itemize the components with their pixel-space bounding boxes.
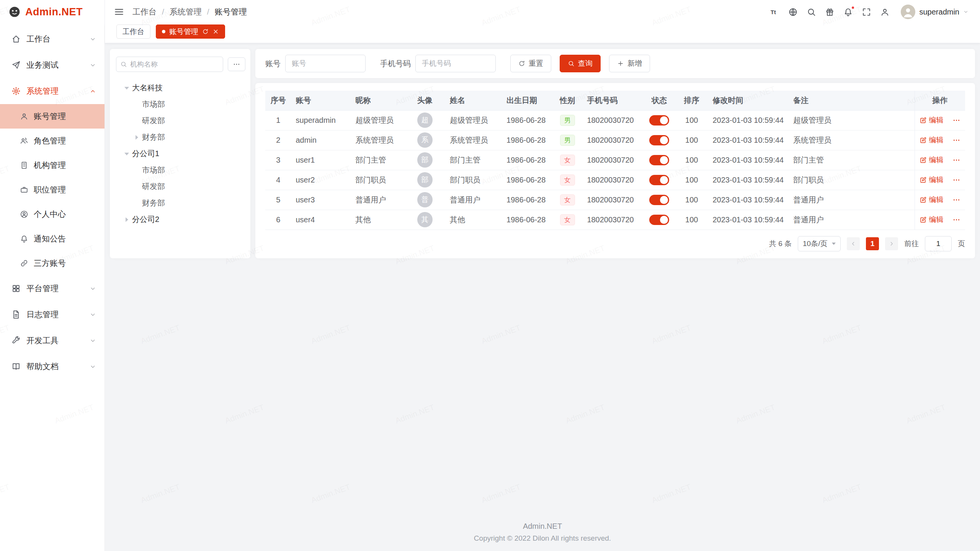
column-header: 姓名 (445, 91, 502, 110)
cell-account: admin (291, 130, 351, 150)
globe-icon[interactable] (788, 7, 798, 17)
status-toggle[interactable] (649, 215, 669, 225)
row-more-button[interactable] (952, 176, 960, 184)
sidebar-subitem-2-5[interactable]: 通知公告 (0, 227, 105, 251)
cell-birth-date: 1986-06-28 (502, 190, 552, 210)
sidebar-subitem-2-1[interactable]: 角色管理 (0, 129, 105, 153)
add-label: 新增 (627, 59, 642, 68)
tree-node[interactable]: 大名科技 (116, 80, 244, 96)
org-panel: 大名科技 市场部 研发部 财务部 分公司1 市场部 研发部 财务部 (110, 49, 250, 258)
edit-label: 编辑 (929, 115, 944, 125)
cell-birth-date: 1986-06-28 (502, 170, 552, 190)
table-row: 3 user1 部门主管 部 部门主管 1986-06-28 女 1802003… (265, 150, 965, 170)
row-more-button[interactable] (952, 136, 960, 144)
sidebar-subitem-label: 账号管理 (34, 111, 105, 122)
tree-node[interactable]: 市场部 (116, 162, 244, 178)
chevron-down-icon (832, 243, 836, 247)
sidebar-subitem-2-2[interactable]: 机构管理 (0, 153, 105, 178)
cell-name: 其他 (445, 210, 502, 230)
tab-1[interactable]: 账号管理 (156, 24, 225, 39)
org-more-button[interactable] (228, 57, 245, 71)
phone-input[interactable] (415, 55, 496, 72)
edit-button[interactable]: 编辑 (920, 215, 944, 225)
sidebar-item-6[interactable]: 帮助文档 (0, 354, 105, 380)
next-page-button[interactable] (885, 237, 898, 250)
cell-name: 部门职员 (445, 170, 502, 190)
sidebar-subitem-2-0[interactable]: 账号管理 (0, 104, 105, 129)
sidebar-subitem-label: 机构管理 (34, 160, 105, 171)
tree-node[interactable]: 财务部 (116, 129, 244, 145)
gender-badge: 女 (560, 194, 575, 205)
status-toggle[interactable] (649, 115, 669, 126)
row-more-button[interactable] (952, 196, 960, 204)
add-button[interactable]: 新增 (609, 55, 650, 72)
breadcrumb-item[interactable]: 系统管理 (170, 7, 215, 17)
username: superadmin (919, 8, 959, 16)
org-search-input[interactable] (130, 60, 219, 68)
sidebar-item-2[interactable]: 系统管理 (0, 78, 105, 104)
cell-nickname: 系统管理员 (351, 130, 404, 150)
status-toggle[interactable] (649, 175, 669, 185)
sidebar-item-4[interactable]: 日志管理 (0, 302, 105, 328)
sidebar-item-0[interactable]: 工作台 (0, 26, 105, 52)
user-menu[interactable]: superadmin (901, 5, 969, 19)
table-row: 5 user3 普通用户 普 普通用户 1986-06-28 女 1802003… (265, 190, 965, 210)
page-unit-label: 页 (958, 239, 965, 249)
edit-button[interactable]: 编辑 (920, 175, 944, 185)
sidebar-subitem-2-3[interactable]: 职位管理 (0, 178, 105, 202)
sidebar-item-5[interactable]: 开发工具 (0, 328, 105, 354)
sidebar-item-1[interactable]: 业务测试 (0, 52, 105, 78)
page-button-1[interactable]: 1 (866, 237, 879, 250)
sidebar-subitem-2-6[interactable]: 三方账号 (0, 251, 105, 276)
sidebar-subitem-2-4[interactable]: 个人中心 (0, 202, 105, 227)
row-more-button[interactable] (952, 156, 960, 164)
tree-node[interactable]: 财务部 (116, 195, 244, 211)
account-input[interactable] (285, 55, 366, 72)
tree-node[interactable]: 分公司1 (116, 145, 244, 162)
logo[interactable]: Admin.NET (0, 0, 105, 24)
topbar-icons-group: Tt superadmin (770, 5, 969, 19)
fullscreen-icon[interactable] (862, 7, 871, 17)
edit-icon (920, 156, 927, 164)
cell-index: 4 (265, 170, 291, 190)
page-size-select[interactable]: 10条/页 (798, 236, 841, 251)
breadcrumb-item[interactable]: 账号管理 (215, 7, 247, 17)
tree-node[interactable]: 分公司2 (116, 211, 244, 228)
search-icon[interactable] (807, 7, 816, 17)
tree-node[interactable]: 市场部 (116, 96, 244, 112)
edit-button[interactable]: 编辑 (920, 115, 944, 125)
chevron-down-icon (90, 311, 96, 318)
edit-button[interactable]: 编辑 (920, 155, 944, 165)
tree-node[interactable]: 研发部 (116, 112, 244, 129)
home-icon (11, 34, 21, 44)
cell-phone: 18020030720 (582, 190, 643, 210)
tab-0[interactable]: 工作台 (116, 24, 150, 39)
user-icon[interactable] (880, 7, 890, 17)
tree-node[interactable]: 研发部 (116, 178, 244, 195)
table-row: 6 user4 其他 其 其他 1986-06-28 女 18020030720… (265, 210, 965, 230)
reset-button[interactable]: 重置 (510, 55, 551, 72)
tree-node-label: 研发部 (142, 116, 165, 126)
search-button[interactable]: 查询 (560, 55, 601, 72)
refresh-icon[interactable] (202, 28, 209, 35)
sidebar-item-3[interactable]: 平台管理 (0, 276, 105, 302)
account-label: 账号 (265, 59, 281, 69)
sidebar-item-label: 系统管理 (26, 86, 90, 96)
gift-icon[interactable] (825, 7, 835, 17)
cell-account: user1 (291, 150, 351, 170)
status-toggle[interactable] (649, 135, 669, 145)
goto-page-input[interactable] (925, 236, 952, 251)
status-toggle[interactable] (649, 195, 669, 205)
edit-button[interactable]: 编辑 (920, 195, 944, 205)
font-size-icon[interactable]: Tt (770, 7, 779, 17)
status-toggle[interactable] (649, 155, 669, 165)
prev-page-button[interactable] (847, 237, 860, 250)
notification-icon[interactable] (843, 7, 853, 17)
row-more-button[interactable] (952, 216, 960, 224)
edit-label: 编辑 (929, 175, 944, 185)
row-more-button[interactable] (952, 116, 960, 124)
breadcrumb-item[interactable]: 工作台 (132, 7, 170, 17)
close-icon[interactable] (212, 28, 219, 35)
edit-button[interactable]: 编辑 (920, 135, 944, 145)
hamburger-menu-icon[interactable] (114, 7, 124, 17)
